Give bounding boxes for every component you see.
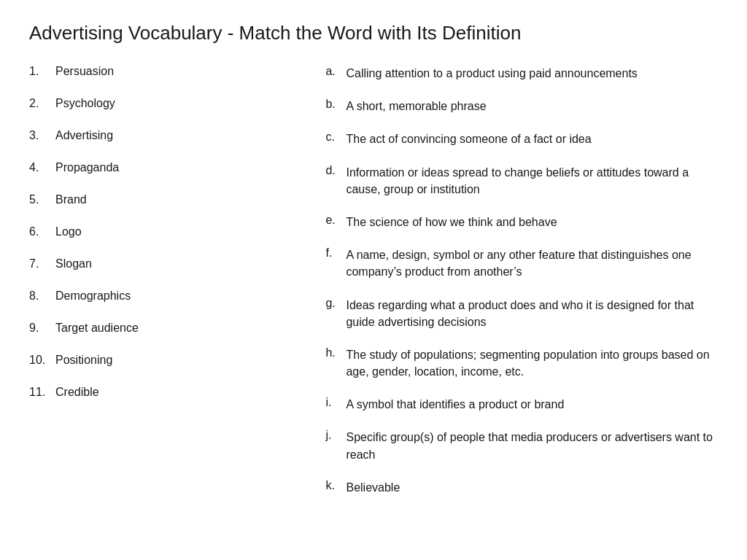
- def-text: Information or ideas spread to change be…: [346, 164, 718, 198]
- def-text: A symbol that identifies a product or br…: [346, 396, 564, 413]
- vocab-term: Logo: [55, 225, 82, 238]
- vocab-number: 10.: [29, 354, 55, 367]
- vocab-number: 7.: [29, 257, 55, 271]
- def-letter: k.: [325, 479, 346, 492]
- vocab-number: 3.: [29, 129, 55, 142]
- def-text: Ideas regarding what a product does and …: [346, 297, 718, 330]
- def-text: The science of how we think and behave: [346, 214, 557, 230]
- def-text: Specific group(s) of people that media p…: [346, 429, 718, 462]
- def-text: A short, memorable phrase: [346, 98, 486, 114]
- vocab-item: 8. Demographics: [29, 289, 303, 303]
- vocab-number: 2.: [29, 97, 55, 110]
- vocab-term: Slogan: [55, 257, 92, 271]
- definition-item: h. The study of populations; segmenting …: [325, 346, 718, 380]
- definition-item: c. The act of convincing someone of a fa…: [325, 131, 718, 147]
- definition-item: g. Ideas regarding what a product does a…: [325, 297, 718, 330]
- definition-item: k. Believable: [325, 479, 718, 496]
- def-letter: b.: [325, 98, 346, 111]
- vocab-number: 1.: [29, 65, 55, 78]
- vocab-term: Target audience: [55, 322, 139, 335]
- vocab-item: 9. Target audience: [29, 322, 303, 335]
- vocab-number: 4.: [29, 161, 55, 174]
- def-text: The study of populations; segmenting pop…: [346, 346, 718, 380]
- vocab-term: Propaganda: [55, 161, 119, 174]
- vocab-item: 11. Credible: [29, 386, 303, 399]
- vocab-term: Brand: [55, 193, 87, 206]
- def-letter: a.: [325, 65, 346, 78]
- def-letter: j.: [325, 429, 346, 442]
- vocab-list: 1. Persuasion 2. Psychology 3. Advertisi…: [29, 65, 318, 512]
- vocab-item: 2. Psychology: [29, 97, 303, 110]
- vocab-item: 5. Brand: [29, 193, 303, 206]
- definition-item: b. A short, memorable phrase: [325, 98, 718, 114]
- vocab-number: 11.: [29, 386, 55, 399]
- vocab-item: 1. Persuasion: [29, 65, 303, 78]
- vocab-term: Psychology: [55, 97, 115, 110]
- def-letter: f.: [325, 246, 346, 260]
- definition-item: a. Calling attention to a product using …: [325, 65, 718, 82]
- def-letter: g.: [325, 297, 346, 310]
- page-title: Advertising Vocabulary - Match the Word …: [29, 22, 718, 44]
- definition-item: d. Information or ideas spread to change…: [325, 164, 718, 198]
- vocab-item: 4. Propaganda: [29, 161, 303, 174]
- def-text: A name, design, symbol or any other feat…: [346, 246, 718, 280]
- vocab-item: 6. Logo: [29, 225, 303, 238]
- vocab-item: 10. Positioning: [29, 354, 303, 367]
- vocab-item: 3. Advertising: [29, 129, 303, 142]
- definitions-list: a. Calling attention to a product using …: [318, 65, 718, 512]
- def-letter: e.: [325, 214, 346, 227]
- vocab-item: 7. Slogan: [29, 257, 303, 271]
- vocab-term: Positioning: [55, 354, 112, 367]
- vocab-number: 5.: [29, 193, 55, 206]
- vocab-number: 8.: [29, 289, 55, 303]
- def-letter: i.: [325, 396, 346, 409]
- vocab-term: Demographics: [55, 289, 131, 303]
- vocab-term: Advertising: [55, 129, 113, 142]
- definition-item: i. A symbol that identifies a product or…: [325, 396, 718, 413]
- definition-item: e. The science of how we think and behav…: [325, 214, 718, 230]
- def-letter: c.: [325, 131, 346, 144]
- vocab-term: Persuasion: [55, 65, 114, 78]
- vocab-number: 6.: [29, 225, 55, 238]
- vocab-number: 9.: [29, 322, 55, 335]
- def-letter: h.: [325, 346, 346, 359]
- def-letter: d.: [325, 164, 346, 177]
- def-text: The act of convincing someone of a fact …: [346, 131, 591, 147]
- def-text: Calling attention to a product using pai…: [346, 65, 637, 82]
- definition-item: j. Specific group(s) of people that medi…: [325, 429, 718, 462]
- vocab-term: Credible: [55, 386, 99, 399]
- def-text: Believable: [346, 479, 400, 496]
- definition-item: f. A name, design, symbol or any other f…: [325, 246, 718, 280]
